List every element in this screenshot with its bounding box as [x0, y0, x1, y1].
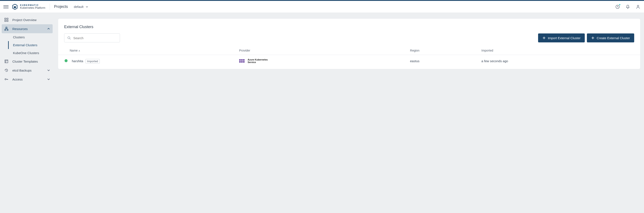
- templates-icon: [4, 59, 8, 64]
- sidebar-item-label: Access: [12, 78, 22, 81]
- button-label: Import External Cluster: [548, 36, 580, 40]
- plus-icon: [542, 36, 546, 40]
- brand-subtitle: Kubernetes Platform: [20, 6, 46, 9]
- chevron-down-icon: [47, 69, 50, 72]
- changelog-button[interactable]: [615, 4, 620, 9]
- user-icon: [636, 4, 640, 9]
- sidebar-item-access[interactable]: Access: [2, 75, 53, 84]
- history-icon: [4, 68, 8, 72]
- provider-name-line2: Service: [248, 61, 268, 64]
- svg-point-1: [637, 5, 639, 6]
- sidebar-item-kubeone-clusters[interactable]: KubeOne Clusters: [8, 49, 53, 57]
- import-external-cluster-button[interactable]: Import External Cluster: [538, 34, 585, 42]
- imported-value: a few seconds ago: [479, 55, 640, 67]
- external-clusters-card: External Clusters Import External Cluste…: [58, 19, 640, 69]
- chevron-down-icon: [47, 78, 50, 81]
- button-label: Create External Cluster: [597, 36, 630, 40]
- column-header-imported[interactable]: Imported: [479, 46, 640, 55]
- azure-aks-icon: [239, 58, 246, 63]
- svg-rect-5: [7, 20, 8, 22]
- column-header-name[interactable]: Name∧: [70, 46, 237, 55]
- project-selected-value: default: [74, 5, 84, 8]
- sidebar-item-resources[interactable]: Resources: [2, 24, 53, 33]
- sidebar-item-label: KubeOne Clusters: [13, 51, 39, 55]
- search-icon: [67, 36, 71, 40]
- brand-logo[interactable]: KUBERMATIC Kubernetes Platform: [12, 4, 46, 10]
- svg-rect-6: [6, 27, 7, 28]
- sidebar-item-project-overview[interactable]: Project Overview: [2, 15, 53, 24]
- column-header-provider[interactable]: Provider: [237, 46, 408, 55]
- status-indicator-running: [64, 59, 68, 62]
- main-content: External Clusters Import External Cluste…: [54, 13, 644, 86]
- projects-link[interactable]: Projects: [54, 4, 68, 9]
- svg-point-10: [5, 78, 6, 80]
- user-menu-button[interactable]: [636, 4, 640, 9]
- sort-ascending-icon: ∧: [78, 50, 80, 52]
- provider-name-line1: Azure Kubernetes: [248, 58, 268, 61]
- sidebar-item-label: Resources: [12, 27, 28, 31]
- sidebar-item-label: Clusters: [13, 35, 25, 39]
- app-header: KUBERMATIC Kubernetes Platform Projects …: [0, 1, 644, 13]
- hierarchy-icon: [4, 26, 8, 31]
- grid-icon: [4, 18, 8, 22]
- sidebar-item-label: External Clusters: [13, 43, 37, 47]
- svg-rect-2: [5, 18, 6, 20]
- search-box[interactable]: [64, 34, 120, 42]
- project-selector[interactable]: default: [74, 5, 88, 8]
- svg-rect-8: [7, 30, 8, 30]
- plus-icon: [591, 36, 594, 40]
- page-title: External Clusters: [64, 25, 634, 29]
- cluster-name: harshita: [72, 59, 83, 63]
- notifications-button[interactable]: [625, 4, 630, 9]
- sidebar-item-cluster-templates[interactable]: Cluster Templates: [2, 57, 53, 66]
- bell-icon: [626, 4, 630, 9]
- svg-point-11: [68, 37, 70, 39]
- clusters-table: Name∧ Provider Region Imported harshita …: [58, 46, 640, 67]
- sidebar-item-clusters[interactable]: Clusters: [8, 33, 53, 41]
- search-input[interactable]: [73, 36, 117, 40]
- svg-rect-4: [5, 20, 6, 22]
- table-row[interactable]: harshita Imported Azure Kubernetes: [58, 55, 640, 67]
- notification-dot: [619, 4, 620, 6]
- kubermatic-logo-icon: [12, 4, 18, 10]
- hamburger-menu-icon[interactable]: [4, 4, 8, 9]
- svg-rect-9: [5, 60, 8, 63]
- sidebar-item-label: etcd Backups: [12, 68, 32, 72]
- sidebar-item-label: Project Overview: [12, 18, 36, 22]
- region-value: eastus: [408, 55, 479, 67]
- svg-rect-3: [7, 18, 8, 20]
- sidebar: Project Overview Resources Clusters Exte…: [0, 13, 54, 86]
- chevron-down-icon: [86, 6, 88, 8]
- create-external-cluster-button[interactable]: Create External Cluster: [587, 34, 634, 42]
- column-header-region[interactable]: Region: [408, 46, 479, 55]
- key-icon: [4, 77, 8, 81]
- sidebar-item-label: Cluster Templates: [12, 60, 38, 63]
- svg-rect-7: [5, 30, 6, 30]
- sidebar-item-external-clusters[interactable]: External Clusters: [8, 41, 53, 49]
- sidebar-item-etcd-backups[interactable]: etcd Backups: [2, 66, 53, 75]
- status-badge: Imported: [86, 59, 100, 64]
- chevron-up-icon: [47, 27, 50, 30]
